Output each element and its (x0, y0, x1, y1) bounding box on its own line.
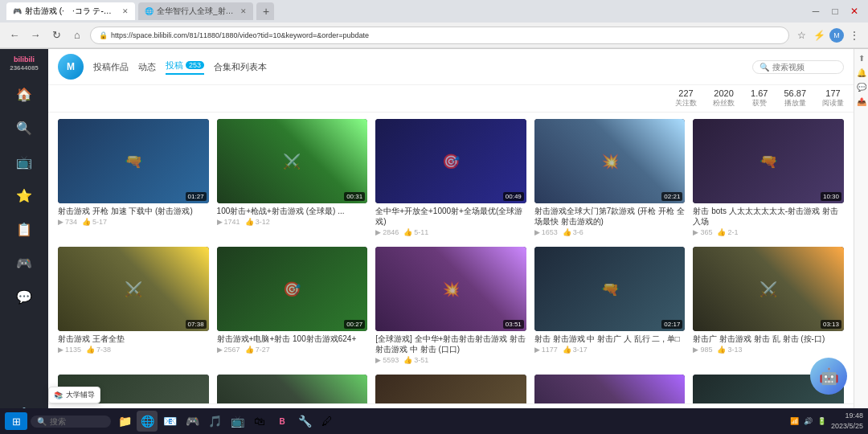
video-grid-container: 🔫 01:27 射击游戏 开枪 加速 下载中 (射击游戏) ▶ 734 👍 5-… (48, 113, 854, 403)
bookmark-button[interactable]: ☆ (794, 28, 809, 43)
taskbar-app-store[interactable]: 🛍 (249, 411, 270, 432)
wifi-icon: 📶 (790, 417, 799, 425)
taskbar-app-media[interactable]: 📺 (227, 411, 248, 432)
battery-icon: 🔋 (817, 417, 826, 425)
status-tooltip: 📚 大学辅导 (48, 387, 100, 403)
video-card-12[interactable]: 💥 05:15 '时代游戏' — 射击 与 射击游戏 ▶ 568 👍 2-12 (217, 375, 368, 403)
new-tab-button[interactable]: + (256, 2, 274, 20)
tab-1[interactable]: 🎮 射击游戏 (·ゝ·コラ テ-ゲ-む... ✕ (6, 2, 135, 20)
taskbar-clock: 19:48 2023/5/25 (831, 411, 863, 431)
minimize-button[interactable]: ─ (809, 4, 823, 18)
sidebar-game-icon[interactable]: 🎮 (10, 248, 39, 277)
video-title: 射击游戏 王者全垫 (58, 334, 209, 344)
nav-item-works[interactable]: 投稿作品 (93, 61, 129, 73)
video-meta: ▶ 365 👍 2-1 (693, 228, 844, 236)
reload-button[interactable]: ↻ (48, 27, 64, 43)
close-button[interactable]: ✕ (847, 4, 862, 18)
video-card-9[interactable]: 🔫 02:17 射击 射击游戏 中 射击广 人 乱行 二 , 单□ ▶ 1177… (534, 247, 686, 366)
like-icon: 👍 (245, 346, 254, 354)
video-duration: 07:38 (186, 320, 207, 329)
sidebar-home-icon[interactable]: 🏠 (10, 80, 39, 108)
like-count: 👍 7-27 (245, 346, 270, 354)
video-thumb: 🔫 01:19 (375, 375, 526, 403)
search-input[interactable] (772, 63, 837, 72)
video-card-14[interactable]: ⚔️ 08:61 幻像 (乃乃) 射击射击 记 射击 人入人入 ▶ 582 👍 … (534, 375, 686, 403)
tab-2-close[interactable]: ✕ (240, 7, 247, 15)
forward-button[interactable]: → (27, 27, 43, 43)
nav-item-collection[interactable]: 合集和列表本 (214, 61, 267, 73)
tab-1-close[interactable]: ✕ (122, 7, 129, 15)
taskbar-app-extra1[interactable]: 🔧 (294, 411, 315, 432)
start-button[interactable]: ⊞ (5, 412, 27, 430)
right-sidebar: ⬆ 🔔 💬 📤 ⬇ (854, 49, 868, 434)
taskbar-app-music[interactable]: 🎵 (204, 411, 225, 432)
video-meta: ▶ 1177 👍 3-17 (534, 346, 686, 354)
sidebar-video-icon[interactable]: 📺 (10, 147, 39, 176)
url-text: https://space.bilibili.com/81/11880/1880… (111, 31, 369, 39)
video-meta: ▶ 1135 👍 7-38 (58, 346, 209, 354)
taskbar-search-box[interactable]: 🔍 (31, 416, 111, 428)
video-info: [全球游戏] 全中华+射击射击射击游戏 射击 射击游戏 中 射击 (口口) ▶ … (375, 331, 526, 366)
video-card-8[interactable]: 💥 03:51 [全球游戏] 全中华+射击射击射击游戏 射击 射击游戏 中 射击… (375, 247, 526, 366)
play-icon: ▶ (217, 218, 223, 226)
sidebar-chat-icon[interactable]: 💬 (10, 282, 39, 311)
video-meta: ▶ 5593 👍 3-51 (375, 356, 526, 364)
search-box[interactable]: 🔍 (752, 60, 844, 74)
back-button[interactable]: ← (6, 27, 23, 43)
video-thumb: 🔫 02:17 (534, 247, 686, 331)
taskbar-app-files[interactable]: 📁 (114, 411, 135, 432)
video-card-4[interactable]: 💥 02:21 射击游戏全球大门第7款游戏 (开枪 开枪 全场最快 射击游戏的)… (534, 119, 686, 239)
sidebar-list-icon[interactable]: 📋 (10, 215, 39, 244)
taskbar-right: 📶 🔊 🔋 19:48 2023/5/25 (790, 411, 863, 431)
taskbar-app-extra2[interactable]: 🖊 (317, 411, 338, 432)
profile-button[interactable]: M (829, 28, 844, 43)
browser-toolbar: ← → ↻ ⌂ 🔒 https://space.bilibili.com/81/… (0, 23, 868, 48)
taskbar-search-input[interactable] (50, 417, 98, 426)
tab-2[interactable]: 🌐 全华智行人全球_射击游戏_N... ✕ (138, 2, 253, 20)
video-card-6[interactable]: ⚔️ 07:38 射击游戏 王者全垫 ▶ 1135 👍 7-38 (58, 247, 209, 366)
extensions-button[interactable]: ⚡ (812, 28, 826, 43)
right-btn-1[interactable]: ⬆ (856, 52, 867, 63)
video-card-5[interactable]: 🔫 10:30 射击 bots 人太太太太太太-射击游戏 射击 入场 ▶ 365… (693, 119, 844, 239)
volume-icon: 🔊 (804, 417, 813, 425)
video-duration: 02:21 (661, 192, 682, 201)
floating-mascot[interactable]: 🤖 (810, 358, 850, 398)
video-thumb: 🔫 10:30 (693, 119, 844, 203)
video-title: [全球游戏] 全中华+射击射击射击游戏 射击 射击游戏 中 射击 (口口) (375, 334, 526, 354)
tab-bar: 🎮 射击游戏 (·ゝ·コラ テ-ゲ-む... ✕ 🌐 全华智行人全球_射击游戏_… (0, 0, 868, 23)
right-btn-3[interactable]: 💬 (856, 81, 867, 92)
sidebar: bilibili 23644085 🏠 🔍 📺 ⭐ 📋 🎮 💬 ⚙️ (0, 49, 48, 434)
taskbar-app-game[interactable]: 🎮 (182, 411, 203, 432)
view-count: ▶ 2567 (217, 346, 240, 354)
maximize-button[interactable]: □ (828, 4, 842, 18)
right-btn-4[interactable]: 📤 (856, 96, 867, 107)
nav-item-dynamic[interactable]: 动态 (138, 61, 156, 73)
video-card-2[interactable]: ⚔️ 00:31 100射击+枪战+射击游戏 (全球最) ... ▶ 1741 … (217, 119, 368, 239)
taskbar-app-bilibili[interactable]: B (272, 411, 293, 432)
nav-item-upload[interactable]: 投稿 253 (166, 59, 204, 75)
profile-header: M 投稿作品 动态 投稿 253 合集和列表本 🔍 (48, 49, 854, 85)
tooltip-text: 大学辅导 (66, 390, 95, 400)
right-btn-2[interactable]: 🔔 (856, 67, 867, 78)
video-duration: 02:17 (661, 320, 682, 329)
play-icon: ▶ (58, 346, 63, 354)
video-grid: 🔫 01:27 射击游戏 开枪 加速 下载中 (射击游戏) ▶ 734 👍 5-… (58, 119, 844, 403)
video-duration: 01:27 (186, 192, 207, 201)
video-info: 射击游戏+电脑+射击 100射击游戏624+ ▶ 2567 👍 7-27 (217, 331, 368, 356)
address-bar[interactable]: 🔒 https://space.bilibili.com/81/11880/18… (90, 27, 789, 44)
menu-button[interactable]: ⋮ (847, 28, 862, 43)
sidebar-star-icon[interactable]: ⭐ (10, 181, 39, 210)
taskbar-app-browser[interactable]: 🌐 (137, 411, 158, 432)
video-card-3[interactable]: 🎯 00:49 全中华+开放全+1000射+全场最优(全球游戏) ▶ 2846 … (375, 119, 526, 239)
video-card-13[interactable]: 🔫 01:19 全中华射击击游戏射击 +射击 个人参加 买了最终射击游戏来 ▶ … (375, 375, 526, 403)
sidebar-search-icon[interactable]: 🔍 (10, 113, 39, 142)
video-card-10[interactable]: ⚔️ 03:13 射击广 射击游戏 射击 乱 射击 (按-口) ▶ 985 👍 … (693, 247, 844, 366)
home-button[interactable]: ⌂ (69, 27, 85, 43)
taskbar-app-email[interactable]: 📧 (159, 411, 180, 432)
video-card-7[interactable]: 🎯 00:27 射击游戏+电脑+射击 100射击游戏624+ ▶ 2567 👍 … (217, 247, 368, 366)
video-card-1[interactable]: 🔫 01:27 射击游戏 开枪 加速 下载中 (射击游戏) ▶ 734 👍 5-… (58, 119, 209, 239)
video-thumb: 💥 05:15 (217, 375, 368, 403)
upload-badge: 253 (186, 61, 204, 69)
stat-likes: 1.67 获赞 (751, 88, 768, 108)
video-duration: 10:30 (821, 192, 841, 201)
